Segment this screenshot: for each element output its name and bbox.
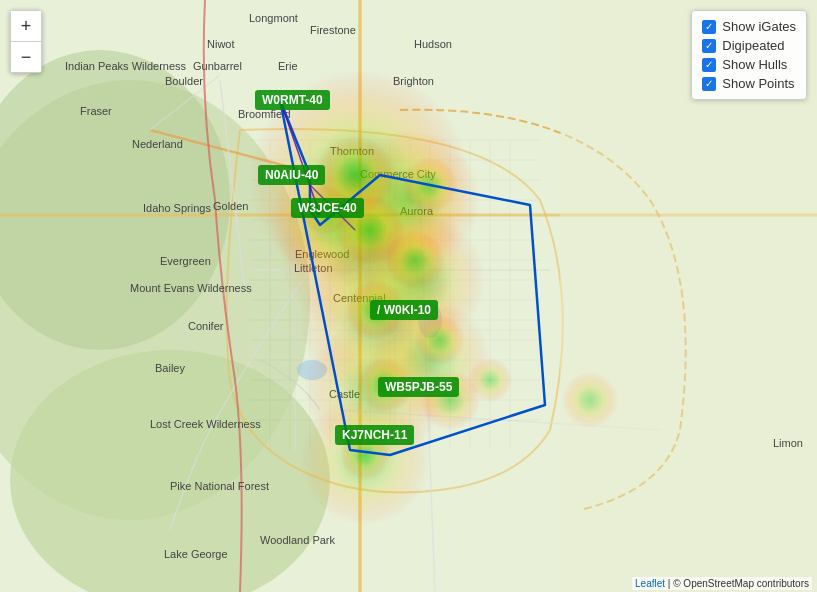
station-label-W3JCE-40[interactable]: W3JCE-40 bbox=[291, 198, 364, 218]
legend-label-show-igates: Show iGates bbox=[722, 19, 796, 34]
legend-item-show-igates[interactable]: Show iGates bbox=[702, 19, 796, 34]
legend-label-show-points: Show Points bbox=[722, 76, 794, 91]
station-label-W0RMT-40[interactable]: W0RMT-40 bbox=[255, 90, 330, 110]
station-label-WB5PJB-55[interactable]: WB5PJB-55 bbox=[378, 377, 459, 397]
zoom-out-button[interactable]: − bbox=[11, 42, 41, 72]
zoom-controls[interactable]: + − bbox=[10, 10, 42, 73]
checkbox-show-hulls[interactable] bbox=[702, 58, 716, 72]
station-label-W0KI-10[interactable]: / W0KI-10 bbox=[370, 300, 438, 320]
checkbox-digipeated[interactable] bbox=[702, 39, 716, 53]
legend-item-show-points[interactable]: Show Points bbox=[702, 76, 796, 91]
checkbox-show-points[interactable] bbox=[702, 77, 716, 91]
svg-point-45 bbox=[297, 360, 327, 380]
station-label-N0AIU-40[interactable]: N0AIU-40 bbox=[258, 165, 325, 185]
legend-item-show-hulls[interactable]: Show Hulls bbox=[702, 57, 796, 72]
map-attribution: Leaflet | © OpenStreetMap contributors bbox=[632, 577, 812, 590]
legend-label-show-hulls: Show Hulls bbox=[722, 57, 787, 72]
leaflet-link[interactable]: Leaflet bbox=[635, 578, 665, 589]
legend-label-digipeated: Digipeated bbox=[722, 38, 784, 53]
checkbox-show-igates[interactable] bbox=[702, 20, 716, 34]
legend-panel[interactable]: Show iGatesDigipeatedShow HullsShow Poin… bbox=[691, 10, 807, 100]
station-label-KJ7NCH-11[interactable]: KJ7NCH-11 bbox=[335, 425, 414, 445]
attribution-text: | © OpenStreetMap contributors bbox=[668, 578, 809, 589]
map-container[interactable]: LongmontNiwotGunbarrelErieFirestoneHudso… bbox=[0, 0, 817, 592]
zoom-in-button[interactable]: + bbox=[11, 11, 41, 41]
legend-item-digipeated[interactable]: Digipeated bbox=[702, 38, 796, 53]
